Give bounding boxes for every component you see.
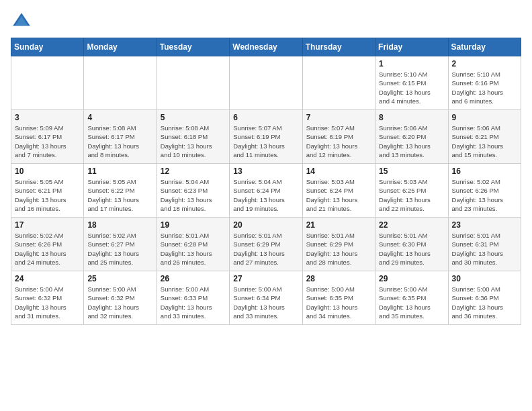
day-number: 5 xyxy=(161,113,226,122)
calendar-cell: 30Sunrise: 5:00 AM Sunset: 6:36 PM Dayli… xyxy=(448,271,521,325)
calendar-cell: 15Sunrise: 5:03 AM Sunset: 6:25 PM Dayli… xyxy=(375,164,448,218)
day-info: Sunrise: 5:04 AM Sunset: 6:23 PM Dayligh… xyxy=(161,177,226,213)
day-number: 11 xyxy=(87,167,152,176)
day-number: 1 xyxy=(379,59,444,68)
day-info: Sunrise: 5:00 AM Sunset: 6:33 PM Dayligh… xyxy=(161,285,226,320)
page-header xyxy=(11,11,521,32)
day-info: Sunrise: 5:07 AM Sunset: 6:19 PM Dayligh… xyxy=(306,124,371,159)
weekday-header-saturday: Saturday xyxy=(448,38,521,56)
calendar-cell: 9Sunrise: 5:06 AM Sunset: 6:21 PM Daylig… xyxy=(448,110,521,164)
logo-icon xyxy=(11,11,32,32)
day-info: Sunrise: 5:00 AM Sunset: 6:35 PM Dayligh… xyxy=(306,285,371,320)
day-info: Sunrise: 5:01 AM Sunset: 6:31 PM Dayligh… xyxy=(452,231,517,267)
day-number: 13 xyxy=(233,167,298,176)
calendar-week-row: 1Sunrise: 5:10 AM Sunset: 6:15 PM Daylig… xyxy=(11,56,521,110)
calendar-cell: 7Sunrise: 5:07 AM Sunset: 6:19 PM Daylig… xyxy=(302,110,375,164)
weekday-header-row: SundayMondayTuesdayWednesdayThursdayFrid… xyxy=(11,38,521,56)
day-number: 9 xyxy=(452,113,517,122)
calendar-cell: 8Sunrise: 5:06 AM Sunset: 6:20 PM Daylig… xyxy=(375,110,448,164)
weekday-header-tuesday: Tuesday xyxy=(157,38,229,56)
day-info: Sunrise: 5:01 AM Sunset: 6:30 PM Dayligh… xyxy=(379,231,444,267)
calendar-cell: 25Sunrise: 5:00 AM Sunset: 6:32 PM Dayli… xyxy=(84,271,157,325)
day-number: 29 xyxy=(379,274,444,283)
calendar-week-row: 24Sunrise: 5:00 AM Sunset: 6:32 PM Dayli… xyxy=(11,271,521,325)
day-number: 2 xyxy=(452,59,517,68)
day-number: 24 xyxy=(15,274,80,283)
calendar-table: SundayMondayTuesdayWednesdayThursdayFrid… xyxy=(11,38,521,325)
day-number: 8 xyxy=(379,113,444,122)
day-info: Sunrise: 5:00 AM Sunset: 6:32 PM Dayligh… xyxy=(87,285,152,320)
day-info: Sunrise: 5:06 AM Sunset: 6:20 PM Dayligh… xyxy=(379,124,444,159)
calendar-body: 1Sunrise: 5:10 AM Sunset: 6:15 PM Daylig… xyxy=(11,56,521,325)
day-number: 19 xyxy=(161,220,226,230)
day-number: 6 xyxy=(233,113,298,122)
calendar-week-row: 10Sunrise: 5:05 AM Sunset: 6:21 PM Dayli… xyxy=(11,164,521,218)
day-number: 3 xyxy=(15,113,80,122)
calendar-cell xyxy=(11,56,84,110)
day-number: 20 xyxy=(233,220,298,230)
calendar-header: SundayMondayTuesdayWednesdayThursdayFrid… xyxy=(11,38,521,56)
calendar-cell: 26Sunrise: 5:00 AM Sunset: 6:33 PM Dayli… xyxy=(157,271,229,325)
weekday-header-wednesday: Wednesday xyxy=(230,38,302,56)
calendar-cell: 22Sunrise: 5:01 AM Sunset: 6:30 PM Dayli… xyxy=(375,218,448,271)
calendar-cell: 16Sunrise: 5:02 AM Sunset: 6:26 PM Dayli… xyxy=(448,164,521,218)
day-number: 15 xyxy=(379,167,444,176)
day-info: Sunrise: 5:00 AM Sunset: 6:32 PM Dayligh… xyxy=(15,285,80,320)
day-number: 7 xyxy=(306,113,371,122)
day-info: Sunrise: 5:01 AM Sunset: 6:29 PM Dayligh… xyxy=(306,231,371,267)
day-info: Sunrise: 5:01 AM Sunset: 6:28 PM Dayligh… xyxy=(161,231,226,267)
day-info: Sunrise: 5:02 AM Sunset: 6:27 PM Dayligh… xyxy=(87,231,152,267)
calendar-cell xyxy=(230,56,302,110)
day-info: Sunrise: 5:05 AM Sunset: 6:21 PM Dayligh… xyxy=(15,177,80,213)
calendar-cell xyxy=(84,56,157,110)
calendar-cell: 29Sunrise: 5:00 AM Sunset: 6:35 PM Dayli… xyxy=(375,271,448,325)
calendar-cell: 11Sunrise: 5:05 AM Sunset: 6:22 PM Dayli… xyxy=(84,164,157,218)
weekday-header-friday: Friday xyxy=(375,38,448,56)
calendar-cell xyxy=(302,56,375,110)
day-number: 26 xyxy=(161,274,226,283)
day-info: Sunrise: 5:09 AM Sunset: 6:17 PM Dayligh… xyxy=(15,124,80,159)
day-number: 21 xyxy=(306,220,371,230)
day-number: 30 xyxy=(452,274,517,283)
calendar-cell: 12Sunrise: 5:04 AM Sunset: 6:23 PM Dayli… xyxy=(157,164,229,218)
day-info: Sunrise: 5:02 AM Sunset: 6:26 PM Dayligh… xyxy=(452,177,517,213)
calendar-cell: 2Sunrise: 5:10 AM Sunset: 6:16 PM Daylig… xyxy=(448,56,521,110)
calendar-week-row: 17Sunrise: 5:02 AM Sunset: 6:26 PM Dayli… xyxy=(11,218,521,271)
day-info: Sunrise: 5:08 AM Sunset: 6:17 PM Dayligh… xyxy=(87,124,152,159)
day-number: 22 xyxy=(379,220,444,230)
day-info: Sunrise: 5:05 AM Sunset: 6:22 PM Dayligh… xyxy=(87,177,152,213)
calendar-cell: 28Sunrise: 5:00 AM Sunset: 6:35 PM Dayli… xyxy=(302,271,375,325)
calendar-cell xyxy=(157,56,229,110)
logo xyxy=(11,11,35,32)
day-info: Sunrise: 5:03 AM Sunset: 6:25 PM Dayligh… xyxy=(379,177,444,213)
weekday-header-monday: Monday xyxy=(84,38,157,56)
day-number: 25 xyxy=(87,274,152,283)
day-number: 18 xyxy=(87,220,152,230)
calendar-cell: 13Sunrise: 5:04 AM Sunset: 6:24 PM Dayli… xyxy=(230,164,302,218)
calendar-cell: 20Sunrise: 5:01 AM Sunset: 6:29 PM Dayli… xyxy=(230,218,302,271)
calendar-cell: 19Sunrise: 5:01 AM Sunset: 6:28 PM Dayli… xyxy=(157,218,229,271)
weekday-header-sunday: Sunday xyxy=(11,38,84,56)
calendar-cell: 4Sunrise: 5:08 AM Sunset: 6:17 PM Daylig… xyxy=(84,110,157,164)
calendar-cell: 21Sunrise: 5:01 AM Sunset: 6:29 PM Dayli… xyxy=(302,218,375,271)
weekday-header-thursday: Thursday xyxy=(302,38,375,56)
day-info: Sunrise: 5:00 AM Sunset: 6:35 PM Dayligh… xyxy=(379,285,444,320)
day-number: 12 xyxy=(161,167,226,176)
day-number: 14 xyxy=(306,167,371,176)
day-number: 10 xyxy=(15,167,80,176)
day-info: Sunrise: 5:10 AM Sunset: 6:16 PM Dayligh… xyxy=(452,70,517,105)
day-info: Sunrise: 5:04 AM Sunset: 6:24 PM Dayligh… xyxy=(233,177,298,213)
day-info: Sunrise: 5:00 AM Sunset: 6:36 PM Dayligh… xyxy=(452,285,517,320)
calendar-cell: 5Sunrise: 5:08 AM Sunset: 6:18 PM Daylig… xyxy=(157,110,229,164)
calendar-cell: 24Sunrise: 5:00 AM Sunset: 6:32 PM Dayli… xyxy=(11,271,84,325)
calendar-week-row: 3Sunrise: 5:09 AM Sunset: 6:17 PM Daylig… xyxy=(11,110,521,164)
day-number: 4 xyxy=(87,113,152,122)
day-number: 17 xyxy=(15,220,80,230)
day-info: Sunrise: 5:06 AM Sunset: 6:21 PM Dayligh… xyxy=(452,124,517,159)
day-number: 23 xyxy=(452,220,517,230)
day-info: Sunrise: 5:03 AM Sunset: 6:24 PM Dayligh… xyxy=(306,177,371,213)
calendar-cell: 14Sunrise: 5:03 AM Sunset: 6:24 PM Dayli… xyxy=(302,164,375,218)
day-number: 16 xyxy=(452,167,517,176)
day-info: Sunrise: 5:10 AM Sunset: 6:15 PM Dayligh… xyxy=(379,70,444,105)
day-info: Sunrise: 5:08 AM Sunset: 6:18 PM Dayligh… xyxy=(161,124,226,159)
